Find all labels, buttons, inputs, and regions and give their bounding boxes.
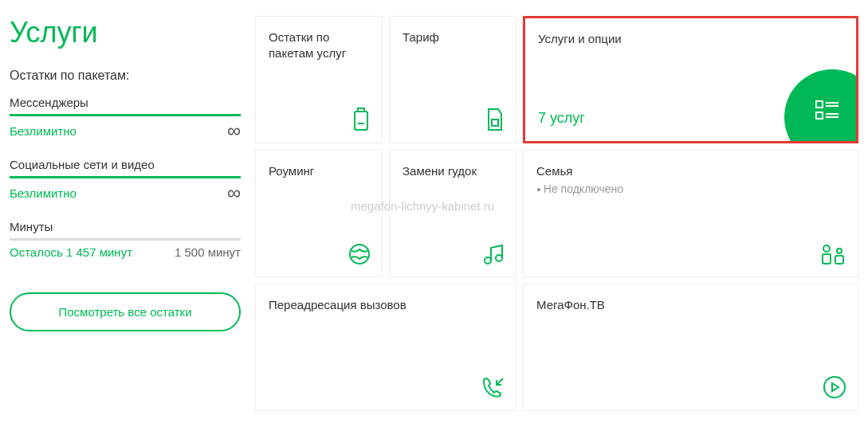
play-icon [823,375,846,399]
cards-grid: Остатки по пакетам услуг Тариф Услуги и … [255,16,858,421]
svg-rect-0 [355,112,367,130]
card-title: Переадресация вызовов [269,297,503,313]
usage-status: Безлимитно ∞ [10,183,241,202]
card-tv[interactable]: МегаФон.ТВ [523,284,858,411]
card-subtitle: Не подключено [536,182,845,195]
page-title: Услуги [10,16,241,49]
card-title: Роуминг [269,163,369,179]
usage-label: Социальные сети и видео [10,158,241,171]
svg-point-13 [823,245,830,252]
svg-point-10 [350,245,369,264]
svg-rect-3 [492,120,498,126]
usage-item-minutes: Минуты Осталось 1 457 минут 1 500 минут [10,220,241,259]
phone-forward-icon [481,375,505,399]
usage-total: 1 500 минут [175,245,241,259]
usage-status: Осталось 1 457 минут 1 500 минут [10,245,241,259]
card-packages[interactable]: Остатки по пакетам услуг [255,16,383,143]
svg-rect-1 [358,108,364,112]
usage-status: Безлимитно ∞ [10,121,241,140]
card-footer: 7 услуг [538,110,585,127]
card-family[interactable]: Семья Не подключено [523,150,858,277]
usage-status-text: Безлимитно [10,124,77,138]
usage-status-text: Безлимитно [10,186,77,200]
svg-point-12 [496,255,502,261]
svg-rect-4 [816,101,823,108]
card-title: Семья [536,163,845,179]
infinity-icon: ∞ [227,183,241,202]
card-forwarding[interactable]: Переадресация вызовов [255,284,516,411]
usage-bar [10,176,241,178]
card-title: МегаФон.ТВ [536,297,845,313]
card-services-options[interactable]: Услуги и опции 7 услуг [523,16,858,143]
svg-point-15 [837,249,842,253]
sim-icon [485,108,505,131]
usage-item-messengers: Мессенджеры Безлимитно ∞ [10,96,241,140]
usage-label: Минуты [10,220,241,233]
infinity-icon: ∞ [227,121,241,140]
card-ringtone[interactable]: Замени гудок [389,150,516,277]
svg-point-11 [485,257,491,264]
usage-bar [10,238,241,241]
usage-bar [10,114,241,116]
svg-rect-16 [835,256,843,264]
music-icon [482,243,505,265]
sidebar: Услуги Остатки по пакетам: Мессенджеры Б… [10,16,241,421]
card-roaming[interactable]: Роуминг [255,150,383,277]
view-all-button[interactable]: Посмотреть все остатки [10,292,241,331]
section-header: Остатки по пакетам: [10,69,241,83]
svg-rect-14 [823,254,831,264]
card-tariff[interactable]: Тариф [389,16,516,143]
list-icon [815,100,840,122]
people-icon [819,243,846,265]
battery-icon [352,108,371,131]
usage-label: Мессенджеры [10,96,241,109]
svg-point-17 [824,377,845,398]
svg-rect-5 [816,112,823,119]
card-title: Замени гудок [403,163,503,179]
card-title: Услуги и опции [538,31,843,47]
card-title: Тариф [403,29,503,45]
usage-item-social: Социальные сети и видео Безлимитно ∞ [10,158,241,202]
usage-status-text: Осталось 1 457 минут [10,245,132,259]
card-title: Остатки по пакетам услуг [269,29,369,61]
globe-icon [348,243,371,265]
